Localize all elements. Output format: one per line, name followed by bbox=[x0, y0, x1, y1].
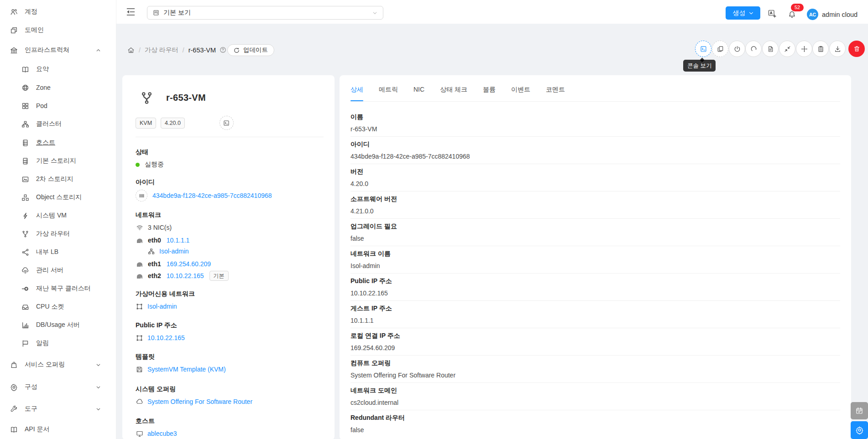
gateway-icon bbox=[136, 261, 143, 267]
sidebar-item-clusters[interactable]: 클러스터 bbox=[0, 117, 116, 131]
sidebar-item-cpu-sockets[interactable]: CPU 소켓 bbox=[0, 300, 116, 314]
sidebar-item-secondary-storage[interactable]: 2차 스토리지 bbox=[0, 172, 116, 186]
sidebar-item-zone[interactable]: Zone bbox=[0, 80, 116, 95]
sidebar-item-tools[interactable]: 도구 bbox=[0, 402, 116, 416]
view-console-button[interactable] bbox=[695, 41, 711, 57]
sidebar-item-pod[interactable]: Pod bbox=[0, 98, 116, 113]
detail-row: 네트워크 도메인cs2cloud.internal bbox=[350, 383, 840, 410]
scale-router-button[interactable] bbox=[779, 41, 795, 57]
sidebar-item-infrastructure[interactable]: 인프라스트럭쳐 bbox=[0, 43, 116, 57]
user-name[interactable]: admin cloud bbox=[822, 11, 858, 18]
tab-nic[interactable]: NIC bbox=[413, 84, 424, 101]
nic-ip-link[interactable]: 169.254.60.209 bbox=[167, 260, 211, 268]
sidebar-item-object-storage[interactable]: Object 스토리지 bbox=[0, 190, 116, 205]
sidebar-item-management-servers[interactable]: 관리 서버 bbox=[0, 263, 116, 278]
detail-row: 로컬 연결 IP 주소169.254.60.209 bbox=[350, 328, 840, 356]
vm-network-link[interactable]: Isol-admin bbox=[147, 303, 177, 310]
help-icon[interactable] bbox=[220, 46, 226, 53]
create-button[interactable]: 생성 bbox=[726, 6, 760, 20]
sidebar-item-internal-lb[interactable]: 내부 LB bbox=[0, 245, 116, 259]
home-icon[interactable] bbox=[127, 46, 135, 54]
trash-icon bbox=[853, 45, 860, 52]
download-button[interactable] bbox=[829, 41, 846, 57]
detail-row: 네트워크 이름Isol-admin bbox=[350, 246, 840, 274]
avatar[interactable]: AC bbox=[807, 9, 818, 20]
read-icon bbox=[10, 426, 18, 434]
cluster-icon bbox=[148, 248, 155, 255]
sidebar-item-system-vms[interactable]: 시스템 VM bbox=[0, 208, 116, 223]
stop-router-button[interactable] bbox=[729, 41, 745, 57]
tab-metrics[interactable]: 메트릭 bbox=[379, 84, 398, 101]
block-icon bbox=[10, 26, 18, 34]
tab-details[interactable]: 상세 bbox=[350, 84, 363, 101]
resource-title: r-653-VM bbox=[166, 93, 206, 103]
nic-ip-link[interactable]: 10.1.1.1 bbox=[167, 237, 190, 244]
wrench-icon bbox=[10, 405, 18, 413]
update-button[interactable]: 업데이트 bbox=[227, 44, 274, 56]
template-link[interactable]: SystemVM Template (KVM) bbox=[147, 366, 226, 373]
detail-row: 게스트 IP 주소10.1.1.1 bbox=[350, 301, 840, 328]
sidebar-item-virtual-routers[interactable]: 가상 라우터 bbox=[0, 227, 116, 241]
sidebar-item-api-docs[interactable]: API 문서 bbox=[0, 422, 116, 437]
nic-count: 3 NIC(s) bbox=[148, 224, 172, 231]
translate-icon[interactable] bbox=[768, 9, 777, 18]
default-tag: 기본 bbox=[209, 271, 229, 281]
thunderbolt-icon bbox=[21, 212, 29, 220]
nic-ip-link[interactable]: 10.10.22.165 bbox=[167, 272, 204, 279]
status-dot bbox=[136, 163, 140, 167]
view-select[interactable]: 기본 보기 bbox=[147, 6, 383, 20]
destroy-router-button[interactable] bbox=[848, 41, 865, 57]
copy-button[interactable] bbox=[712, 41, 728, 57]
notification-bell-icon[interactable] bbox=[788, 10, 796, 19]
sidebar-item-alerts[interactable]: 알림 bbox=[0, 336, 116, 351]
nic-network-link[interactable]: Isol-admin bbox=[159, 248, 189, 255]
detail-row: 업그레이드 필요false bbox=[350, 219, 840, 246]
event-timeline-button[interactable] bbox=[851, 402, 868, 419]
sidebar-item-service-offerings[interactable]: 서비스 오퍼링 bbox=[0, 357, 116, 372]
sidebar-item-configuration[interactable]: 구성 bbox=[0, 380, 116, 394]
sidebar-item-dr-cluster[interactable]: 재난 복구 클러스터 bbox=[0, 281, 116, 296]
detail-row: 컴퓨트 오퍼링System Offering For Software Rout… bbox=[350, 356, 840, 383]
appstore-icon bbox=[21, 102, 29, 110]
status-label: 상태 bbox=[136, 147, 324, 157]
chevron-down-icon bbox=[96, 385, 101, 390]
tooltip-view-console: 콘솔 보기 bbox=[683, 60, 716, 72]
tab-comments[interactable]: 코멘트 bbox=[546, 84, 565, 101]
patch-systemvm-button[interactable] bbox=[762, 41, 779, 57]
team-icon bbox=[10, 8, 18, 16]
diagnostics-button[interactable] bbox=[812, 41, 829, 57]
share-alt-icon bbox=[21, 248, 29, 256]
migrate-router-button[interactable] bbox=[796, 41, 812, 57]
reboot-router-button[interactable] bbox=[745, 41, 762, 57]
view-select-value: 기본 보기 bbox=[163, 9, 191, 17]
version-tag: 4.20.0 bbox=[161, 118, 185, 129]
sidebar-item-summary[interactable]: 요약 bbox=[0, 62, 116, 77]
sidebar-item-primary-storage[interactable]: 기본 스토리지 bbox=[0, 154, 116, 168]
host-label: 호스트 bbox=[136, 416, 324, 426]
public-ip-link[interactable]: 10.10.22.165 bbox=[147, 334, 185, 341]
offering-link[interactable]: System Offering For Software Router bbox=[147, 398, 252, 405]
settings-fab-button[interactable] bbox=[851, 421, 868, 439]
detail-row: Redundant 라우터false bbox=[350, 410, 840, 437]
fence-icon bbox=[136, 335, 143, 341]
chevron-up-icon bbox=[96, 48, 101, 53]
resource-id-link[interactable]: 434bde9a-f128-42ce-a985-7cc882410968 bbox=[152, 192, 272, 199]
tab-health-check[interactable]: 상태 체크 bbox=[440, 84, 467, 101]
clipboard-icon bbox=[817, 46, 824, 52]
console-shortcut-button[interactable] bbox=[220, 116, 234, 130]
notification-badge: 52 bbox=[791, 4, 804, 11]
sidebar-item-db-usage-server[interactable]: DB/Usage 서버 bbox=[0, 318, 116, 332]
breadcrumb-section[interactable]: 가상 라우터 bbox=[145, 46, 178, 54]
sidebar-item-hosts[interactable]: 호스트 bbox=[0, 135, 116, 150]
menu-fold-icon[interactable] bbox=[125, 7, 136, 17]
tab-volumes[interactable]: 볼륨 bbox=[483, 84, 496, 101]
sidebar-item-accounts[interactable]: 계정 bbox=[0, 5, 116, 19]
detail-list: 이름r-653-VM 아이디434bde9a-f128-42ce-a985-7c… bbox=[350, 102, 840, 437]
gateway-icon bbox=[136, 238, 143, 243]
sidebar-item-domains[interactable]: 도메인 bbox=[0, 23, 116, 37]
detail-card: 상세 메트릭 NIC 상태 체크 볼륨 이벤트 코멘트 이름r-653-VM 아… bbox=[340, 75, 851, 439]
tab-events[interactable]: 이벤트 bbox=[511, 84, 530, 101]
drag-icon bbox=[801, 46, 808, 52]
chevron-down-icon bbox=[96, 407, 101, 412]
host-link[interactable]: ablecube3 bbox=[147, 430, 177, 437]
